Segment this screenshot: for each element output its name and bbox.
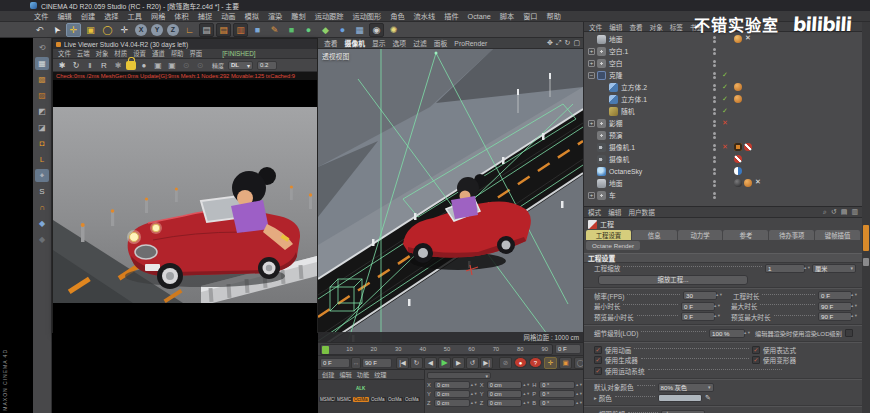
attr-menu-item[interactable]: 模式 [588, 207, 601, 217]
menu-item[interactable]: 帮助 [547, 11, 561, 21]
menu-item[interactable]: Octane [468, 12, 491, 21]
visibility-dots[interactable] [712, 192, 716, 199]
menu-item[interactable]: 窗口 [523, 11, 537, 21]
live-viewer-window[interactable]: Live Viewer Studio V4.04-R2 (30 days lef… [52, 38, 318, 333]
spinner-icon[interactable]: ▲▼ [577, 393, 581, 396]
model-mode-icon[interactable]: ▦ [35, 57, 49, 70]
axis-mode-icon[interactable]: L [35, 153, 49, 166]
object-name[interactable]: OctaneSky [609, 168, 642, 175]
material-thumbnail[interactable] [336, 404, 352, 412]
live-viewer-titlebar[interactable]: Live Viewer Studio V4.04-R2 (30 days lef… [53, 39, 317, 49]
menu-item[interactable]: 运动图形 [352, 11, 381, 21]
layout-icon[interactable]: ▤ [841, 208, 848, 216]
visibility-dots[interactable] [712, 36, 716, 43]
checkbox[interactable]: ✓ [594, 346, 602, 354]
autokey-icon[interactable]: ? [529, 357, 542, 368]
history-icon[interactable]: ↺ [831, 208, 837, 216]
polygons-mode-icon[interactable]: ◘ [35, 137, 49, 150]
octane-render-tab[interactable]: Octane Render [586, 241, 640, 250]
pan-view-icon[interactable]: ✥ [547, 39, 553, 47]
loop-mode-icon[interactable]: ↺ [466, 357, 479, 369]
viewport-menu-item[interactable]: 选项 [393, 38, 407, 48]
object-manager-menu-item[interactable]: 标签 [670, 22, 683, 32]
material-thumbnail[interactable] [387, 404, 403, 412]
enabled-state-icon[interactable] [722, 83, 728, 91]
octcam-tag[interactable] [734, 143, 742, 151]
preview-max-field[interactable]: 90 F [818, 312, 852, 321]
lod-checkbox[interactable] [845, 329, 853, 337]
position-field[interactable]: 0 cm [434, 381, 470, 389]
object-manager-menu-item[interactable]: 文件 [589, 22, 602, 32]
materials-menu-item[interactable]: 纹理 [374, 370, 386, 379]
light-icon[interactable]: ✺ [386, 23, 401, 37]
material-thumbnail[interactable] [353, 404, 369, 412]
material-thumbnail[interactable] [404, 404, 420, 412]
enabled-state-icon[interactable] [722, 95, 728, 103]
phong-tag[interactable] [734, 95, 742, 103]
rotate-icon[interactable]: ◯ [100, 23, 115, 37]
materials-menu-item[interactable]: 功能 [357, 370, 369, 379]
perspective-viewport[interactable]: 透视视图 [318, 49, 583, 342]
object-row[interactable]: 空白.1 [584, 45, 862, 57]
spinner-icon[interactable]: ▲▼ [472, 402, 476, 405]
spinner-icon[interactable]: ▲▼ [715, 305, 719, 308]
generator-sphere-icon[interactable]: ● [301, 23, 316, 37]
viewer-menu-item[interactable]: 对象 [96, 49, 109, 58]
object-name[interactable]: 影棚 [609, 118, 623, 128]
phong-tag[interactable] [734, 83, 742, 91]
attribute-tab[interactable]: 参考 [723, 230, 768, 240]
no-record-icon[interactable]: ⊘ [499, 357, 512, 369]
menu-item[interactable]: 渲染 [268, 11, 282, 21]
viewer-menu-item[interactable]: 通道 [152, 49, 165, 58]
object-manager-menu-item[interactable]: 编辑 [609, 22, 622, 32]
max-time-field[interactable]: 90 F [818, 302, 852, 311]
viewport-menu-item[interactable]: 面板 [434, 38, 448, 48]
rotation-field[interactable]: 0 ° [539, 381, 575, 389]
spinner-icon[interactable]: ▲▼ [524, 402, 528, 405]
xcross-tag[interactable] [744, 35, 752, 43]
end-frame-field[interactable]: 90 F [362, 358, 392, 368]
move-icon[interactable]: ✛ [66, 23, 81, 37]
menu-item[interactable]: 插件 [444, 11, 458, 21]
workplane-lock-icon[interactable]: ◆ [35, 233, 49, 246]
project-scale-field[interactable]: 1 [765, 264, 805, 273]
section-header[interactable]: 工程设置 [584, 253, 862, 263]
search-icon[interactable]: ⌕ [823, 208, 827, 216]
ruler-frame-field[interactable]: 0 F [555, 344, 581, 354]
rotation-field[interactable]: 0 ° [539, 390, 575, 398]
object-row[interactable]: 车 [584, 189, 862, 201]
object-row[interactable]: 克隆 [584, 69, 862, 81]
menu-item[interactable]: 体积 [174, 11, 188, 21]
spinner-icon[interactable]: ▲▼ [524, 384, 528, 387]
restart-icon[interactable]: ↻ [70, 60, 82, 71]
precision-dropdown[interactable]: DL▾ [228, 61, 253, 70]
enabled-state-icon[interactable] [722, 71, 728, 79]
magnet-icon[interactable]: ∩ [35, 201, 49, 214]
duration-field[interactable]: 0 F [818, 291, 852, 300]
attribute-tab[interactable]: 键帧插值 [815, 230, 860, 240]
spinner-icon[interactable]: ▲▼ [745, 332, 749, 335]
menu-item[interactable]: 流水线 [414, 11, 436, 21]
scale-unit-dropdown[interactable]: 厘米▾ [812, 264, 856, 273]
attr-menu-item[interactable]: 编辑 [608, 207, 621, 217]
loop-icon[interactable]: ↻ [410, 357, 423, 369]
object-name[interactable]: 立方体.1 [621, 94, 647, 104]
object-row[interactable]: 立方体.2 [584, 81, 862, 93]
settings-gear-icon[interactable]: ✱ [112, 60, 124, 71]
object-row[interactable]: 摄像机 [584, 153, 862, 165]
material-thumbnail[interactable]: ALK OctMa [353, 382, 369, 402]
timeline-playhead[interactable] [322, 346, 329, 354]
goto-end-icon[interactable]: ▶| [480, 357, 493, 369]
render-picture-icon[interactable]: ▤ [216, 23, 231, 37]
timeline-track[interactable]: 0102030405060708090 [320, 344, 553, 355]
attribute-tab[interactable]: 动力学 [678, 230, 723, 240]
toggle-view-icon[interactable]: ▢ [573, 39, 580, 47]
default-color-dropdown[interactable]: 80% 灰色▾ [658, 383, 714, 392]
coord-system-icon[interactable]: ∟ [182, 23, 197, 37]
pen-spline-icon[interactable]: ✎ [267, 23, 282, 37]
expand-icon[interactable] [588, 192, 595, 199]
expand-icon[interactable] [588, 60, 595, 67]
darksphere-tag[interactable] [734, 179, 742, 187]
visibility-dots[interactable] [712, 72, 716, 79]
zoom-view-icon[interactable]: ⤢ [556, 39, 562, 47]
